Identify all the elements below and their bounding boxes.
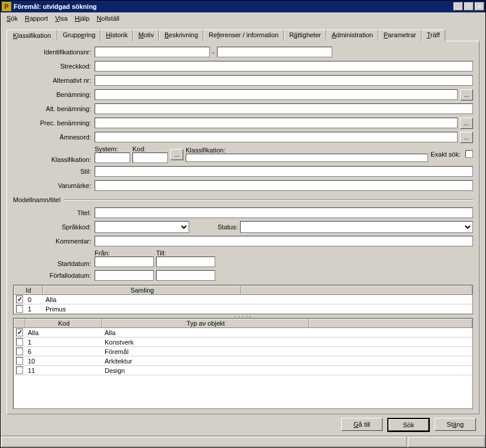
- sprakkod-select[interactable]: [95, 221, 189, 233]
- label-identifikationsnr: Identifikationsnr:: [13, 48, 95, 56]
- sok-button[interactable]: Sök: [387, 418, 430, 432]
- tab-historik[interactable]: Historik: [101, 30, 133, 41]
- row-checkbox[interactable]: [16, 366, 23, 374]
- tab-parametrar[interactable]: Parametrar: [378, 30, 422, 41]
- menu-nollstall[interactable]: Nollställ: [94, 14, 122, 22]
- kod-browse-button[interactable]: ...: [170, 149, 183, 160]
- window-title: Föremål: utvidgad sökning: [14, 3, 453, 10]
- close-button[interactable]: ✕: [475, 2, 484, 11]
- th-empty2: [309, 319, 472, 328]
- row-checkbox[interactable]: [16, 329, 23, 336]
- amnesord-input[interactable]: [95, 132, 458, 142]
- cell-typ: Föremål: [102, 347, 309, 356]
- th-samling[interactable]: Samling: [43, 285, 241, 295]
- prec-benamning-input[interactable]: [95, 118, 458, 128]
- table-row[interactable]: 1 Primus: [14, 304, 472, 314]
- tab-traff[interactable]: Träff: [422, 30, 445, 41]
- label-fran: Från:: [95, 249, 154, 257]
- minimize-button[interactable]: _: [453, 2, 463, 11]
- startdatum-till-input[interactable]: [156, 257, 215, 267]
- gatill-button[interactable]: Gå till: [341, 418, 383, 431]
- row-checkbox[interactable]: [16, 357, 23, 365]
- th-id[interactable]: Id: [14, 285, 43, 295]
- tab-administration[interactable]: Administration: [326, 30, 378, 41]
- menu-sok[interactable]: Sök: [4, 14, 20, 22]
- cell-typ: Konstverk: [102, 337, 309, 346]
- tab-klassifikation[interactable]: Klassifikation: [7, 30, 57, 41]
- startdatum-fran-input[interactable]: [95, 257, 154, 267]
- kod-input[interactable]: [132, 152, 168, 163]
- table-row[interactable]: 10 Arkitektur: [14, 356, 472, 366]
- system-input[interactable]: [95, 152, 130, 163]
- cell-samling: Alla: [43, 295, 241, 304]
- dash: -: [212, 48, 215, 56]
- alternativt-nr-input[interactable]: [95, 75, 473, 86]
- label-klassifikation: Klassifikation:: [13, 156, 95, 163]
- row-checkbox[interactable]: [16, 348, 23, 355]
- cell-id: 0: [25, 295, 43, 304]
- th-typ[interactable]: Typ av objekt: [102, 319, 309, 328]
- tab-body: Identifikationsnr: - Streckkod: Alternat…: [7, 41, 479, 414]
- stang-button[interactable]: Stäng: [435, 418, 476, 431]
- table-row[interactable]: 1 Konstverk: [14, 337, 472, 347]
- stil-input[interactable]: [95, 166, 473, 177]
- label-exakt-sok: Exakt sök:: [430, 151, 461, 158]
- label-prec-benamning: Prec. benämning:: [13, 119, 95, 126]
- titel-input[interactable]: [95, 207, 473, 218]
- forfallodatum-till-input[interactable]: [156, 270, 215, 281]
- tab-gruppering[interactable]: Gruppering: [57, 30, 101, 41]
- status-panel-1: [1, 437, 407, 447]
- statusbar: [1, 436, 485, 447]
- button-row: Gå till Sök Stäng: [7, 414, 479, 433]
- cell-kod: 11: [25, 366, 102, 375]
- varumarke-input[interactable]: [95, 180, 473, 191]
- cell-kod: Alla: [25, 328, 102, 337]
- klassifikation-text-input[interactable]: [186, 154, 428, 162]
- row-checkbox[interactable]: [16, 338, 23, 346]
- row-checkbox[interactable]: [16, 296, 23, 303]
- typ-table: Kod Typ av objekt Alla Alla 1 Konstverk …: [13, 318, 473, 409]
- app-icon: P: [2, 2, 11, 11]
- cell-samling: Primus: [43, 304, 241, 313]
- tab-referenser[interactable]: Referenser / information: [203, 30, 284, 41]
- label-startdatum: Startdatum:: [13, 260, 95, 267]
- tabstrip: Klassifikation Gruppering Historik Motiv…: [7, 29, 479, 41]
- cell-kod: 10: [25, 356, 102, 365]
- window-buttons: _ □ ✕: [453, 2, 484, 11]
- prec-benamning-browse-button[interactable]: ...: [460, 118, 473, 129]
- table-row[interactable]: 0 Alla: [14, 295, 472, 304]
- menu-rapport[interactable]: Rapport: [22, 14, 50, 22]
- table-row[interactable]: Alla Alla: [14, 328, 472, 337]
- samling-table: Id Samling 0 Alla 1 Primus: [13, 285, 473, 314]
- identifikationsnr-to-input[interactable]: [217, 47, 332, 57]
- kommentar-input[interactable]: [95, 236, 473, 246]
- label-stil: Stil:: [13, 168, 95, 175]
- forfallodatum-fran-input[interactable]: [95, 270, 154, 281]
- menu-visa[interactable]: Visa: [53, 14, 70, 22]
- amnesord-browse-button[interactable]: ...: [460, 132, 473, 143]
- tab-beskrivning[interactable]: Beskrivning: [159, 30, 203, 41]
- table-row[interactable]: 6 Föremål: [14, 347, 472, 356]
- label-forfallodatum: Förfallodatum:: [13, 272, 95, 279]
- maximize-button[interactable]: □: [464, 2, 474, 11]
- divider: [64, 199, 473, 200]
- th-empty: [241, 285, 472, 295]
- status-select[interactable]: [240, 221, 473, 233]
- tab-motiv[interactable]: Motiv: [133, 30, 159, 41]
- alt-benamning-input[interactable]: [95, 103, 473, 114]
- menu-hjalp[interactable]: Hjälp: [72, 14, 92, 22]
- table-row[interactable]: 11 Design: [14, 366, 472, 375]
- benamning-input[interactable]: [95, 89, 458, 100]
- tab-rattigheter[interactable]: Rättigheter: [284, 30, 326, 41]
- menubar: Sök Rapport Visa Hjälp Nollställ: [1, 12, 485, 24]
- exakt-sok-checkbox[interactable]: [465, 150, 473, 158]
- identifikationsnr-from-input[interactable]: [95, 47, 210, 57]
- th-kod[interactable]: Kod: [25, 319, 102, 328]
- row-checkbox[interactable]: [16, 305, 23, 313]
- label-kommentar: Kommentar:: [13, 238, 95, 245]
- label-klass-inner: Klassifikation:: [186, 147, 428, 154]
- streckkod-input[interactable]: [95, 61, 473, 72]
- label-kod: Kod:: [132, 145, 168, 152]
- benamning-browse-button[interactable]: ...: [460, 89, 473, 100]
- cell-kod: 1: [25, 337, 102, 346]
